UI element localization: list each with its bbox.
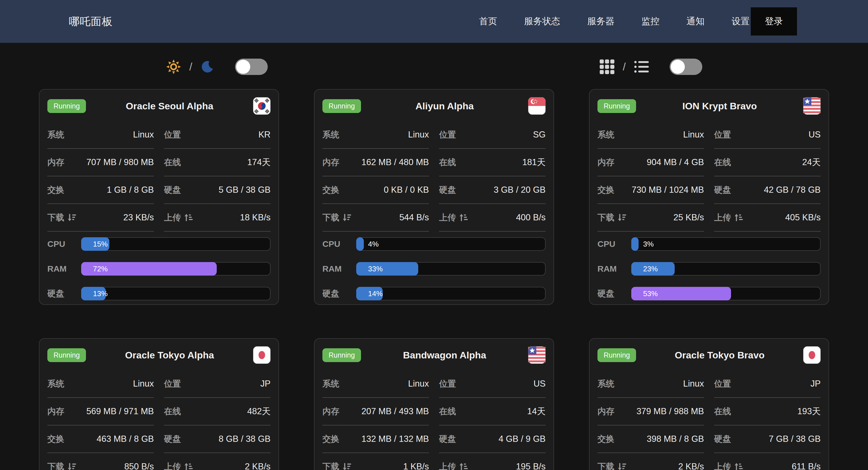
server-card[interactable]: Running Oracle Seoul Alpha 系统 Linux 位置 K… <box>39 89 279 305</box>
memory-value: 569 MB / 971 MB <box>86 406 154 416</box>
view-toggle[interactable] <box>670 59 702 75</box>
ram-percent: 23% <box>643 264 658 273</box>
disk-percent: 14% <box>368 289 383 298</box>
swap-label: 交换 <box>597 433 614 445</box>
location-value: SG <box>533 130 546 140</box>
download-icon <box>68 213 76 222</box>
memory-label: 内存 <box>48 157 64 168</box>
swap-value: 132 MB / 132 MB <box>361 434 429 444</box>
stat-row: 交换 0 KB / 0 KB 硬盘 3 GB / 20 GB <box>314 177 554 204</box>
upload-label: 上传 <box>714 461 731 470</box>
location-label: 位置 <box>164 129 181 140</box>
swap-value: 1 GB / 8 GB <box>107 185 154 195</box>
memory-label: 内存 <box>322 157 339 168</box>
system-label: 系统 <box>48 129 64 140</box>
server-card[interactable]: Running Bandwagon Alpha 系统 Linux 位置 US 内… <box>314 338 554 470</box>
status-badge: Running <box>322 99 361 113</box>
theme-toggle[interactable] <box>235 59 268 75</box>
cpu-progress-bar: 4% <box>356 237 546 251</box>
upload-icon <box>459 213 468 222</box>
stat-row: 交换 132 MB / 132 MB 硬盘 4 GB / 9 GB <box>314 426 554 453</box>
system-value: Linux <box>408 379 429 389</box>
cpu-percent: 15% <box>93 240 107 249</box>
stat-row: 系统 Linux 位置 SG <box>314 121 554 149</box>
disk-bar-label: 硬盘 <box>48 288 81 300</box>
download-label: 下载 <box>597 461 614 470</box>
server-name: Oracle Tokyo Bravo <box>636 350 803 361</box>
server-card[interactable]: Running Aliyun Alpha 系统 Linux 位置 SG 内存 1… <box>314 89 554 305</box>
download-icon <box>343 213 351 222</box>
server-grid: Running Oracle Seoul Alpha 系统 Linux 位置 K… <box>39 89 829 470</box>
disk-value: 3 GB / 20 GB <box>494 185 546 195</box>
disk-value: 42 GB / 78 GB <box>764 185 820 195</box>
memory-label: 内存 <box>597 406 614 417</box>
system-value: Linux <box>683 379 704 389</box>
location-label: 位置 <box>439 378 456 390</box>
login-button[interactable]: 登录 <box>751 7 797 35</box>
card-header: Running ION Krypt Bravo <box>590 91 829 121</box>
memory-label: 内存 <box>597 157 614 168</box>
system-value: Linux <box>133 130 154 140</box>
country-flag-icon <box>528 97 546 115</box>
memory-label: 内存 <box>322 406 339 417</box>
download-value: 25 KB/s <box>673 213 704 223</box>
server-card[interactable]: Running Oracle Tokyo Alpha 系统 Linux 位置 J… <box>39 338 279 470</box>
nav-item[interactable]: 设置 <box>732 15 750 28</box>
moon-icon <box>200 60 214 73</box>
download-label: 下载 <box>597 212 614 223</box>
status-badge: Running <box>322 348 361 362</box>
swap-value: 398 MB / 8 GB <box>647 434 704 444</box>
location-value: JP <box>260 379 271 389</box>
cpu-progress-bar: 15% <box>81 237 271 251</box>
ram-label: RAM <box>48 264 81 274</box>
server-name: ION Krypt Bravo <box>636 101 803 112</box>
download-label: 下载 <box>322 212 339 223</box>
stat-row: 下载 850 B/s 上传 2 KB/s <box>39 453 278 470</box>
download-icon <box>618 462 626 470</box>
server-card[interactable]: Running ION Krypt Bravo 系统 Linux 位置 US 内… <box>589 89 829 305</box>
system-label: 系统 <box>322 129 339 140</box>
system-value: Linux <box>408 130 429 140</box>
ram-progress-bar: 72% <box>81 262 271 276</box>
stat-row: 交换 730 MB / 1024 MB 硬盘 42 GB / 78 GB <box>590 177 829 204</box>
disk-percent: 53% <box>643 289 658 298</box>
disk-value: 8 GB / 38 GB <box>219 434 271 444</box>
disk-value: 7 GB / 38 GB <box>769 434 820 444</box>
top-navbar: 哪吒面板 首页服务状态服务器监控通知设置 登录 <box>0 0 868 43</box>
upload-icon <box>184 462 193 470</box>
upload-value: 195 B/s <box>516 462 546 470</box>
ram-percent: 33% <box>368 264 383 273</box>
nav-item[interactable]: 服务器 <box>587 15 614 28</box>
stat-row: 内存 162 MB / 480 MB 在线 181天 <box>314 149 554 177</box>
location-value: KR <box>258 130 271 140</box>
separator: / <box>623 61 626 73</box>
country-flag-icon <box>253 346 271 364</box>
toggle-knob <box>236 60 250 74</box>
stat-row: 下载 1 KB/s 上传 195 B/s <box>314 453 554 470</box>
stat-row: 内存 904 MB / 4 GB 在线 24天 <box>590 149 829 177</box>
brand-title[interactable]: 哪吒面板 <box>69 14 113 29</box>
swap-label: 交换 <box>48 184 64 196</box>
nav-item[interactable]: 通知 <box>686 15 705 28</box>
nav-item[interactable]: 首页 <box>479 15 497 28</box>
disk-bar-row: 硬盘 14% <box>314 281 554 305</box>
disk-bar-row: 硬盘 53% <box>590 281 829 305</box>
server-card[interactable]: Running Oracle Tokyo Bravo 系统 Linux 位置 J… <box>589 338 829 470</box>
upload-label: 上传 <box>439 212 456 223</box>
stat-row: 系统 Linux 位置 JP <box>39 370 278 398</box>
stat-row: 系统 Linux 位置 JP <box>590 370 829 398</box>
cpu-progress-fill <box>356 237 364 251</box>
nav-item[interactable]: 监控 <box>642 15 659 28</box>
disk-label: 硬盘 <box>714 184 731 196</box>
memory-value: 207 MB / 493 MB <box>361 406 429 416</box>
disk-bar-label: 硬盘 <box>597 288 631 300</box>
ram-percent: 72% <box>93 264 107 273</box>
country-flag-icon <box>528 346 546 364</box>
card-header: Running Oracle Tokyo Alpha <box>39 340 278 370</box>
disk-label: 硬盘 <box>439 184 456 196</box>
cpu-percent: 4% <box>368 240 379 249</box>
nav-items: 首页服务状态服务器监控通知设置 <box>479 15 750 28</box>
upload-label: 上传 <box>439 461 456 470</box>
nav-item[interactable]: 服务状态 <box>524 15 560 28</box>
theme-switcher: / <box>0 59 434 75</box>
